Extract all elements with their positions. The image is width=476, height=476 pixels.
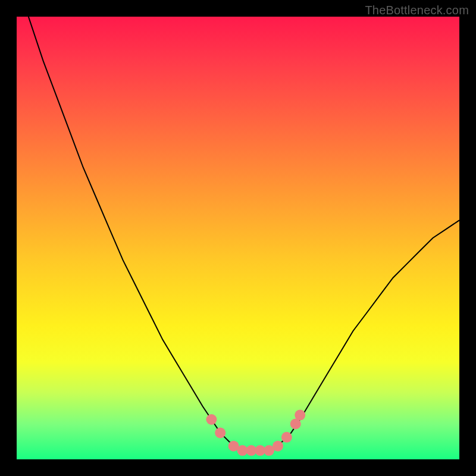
plot-area [17, 17, 459, 459]
bottleneck-curve-svg [17, 17, 459, 459]
curve-marker [295, 410, 305, 421]
curve-marker [206, 414, 217, 425]
watermark-text: TheBottleneck.com [365, 4, 469, 17]
curve-marker [273, 441, 283, 452]
curve-marker [215, 427, 226, 438]
chart-frame: TheBottleneck.com [0, 0, 476, 476]
curve-marker [281, 432, 292, 443]
bottleneck-curve [17, 17, 459, 450]
